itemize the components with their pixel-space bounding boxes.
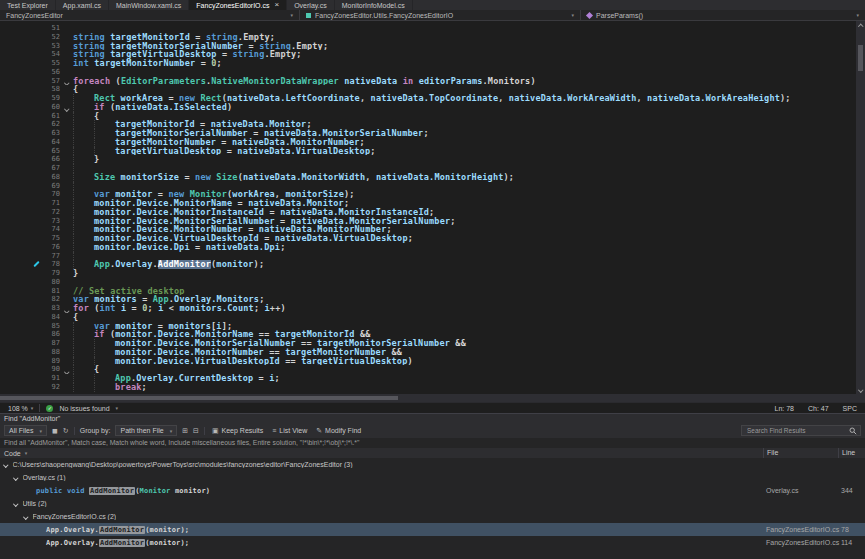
breakpoint-margin[interactable] <box>0 225 44 234</box>
outlining-margin[interactable] <box>60 59 73 68</box>
tab-overlay-cs[interactable]: Overlay.cs <box>287 0 335 10</box>
breakpoint-margin[interactable] <box>0 243 44 252</box>
breakpoint-margin[interactable] <box>0 147 44 156</box>
scroll-up-icon[interactable] <box>856 21 865 30</box>
code-line[interactable]: 70var monitor = new Monitor(workArea, mo… <box>0 190 855 199</box>
list-view-toggle[interactable]: ≡ List View <box>270 427 309 434</box>
code-line[interactable]: 88monitor.Device.MonitorNumber == target… <box>0 348 855 357</box>
outlining-margin[interactable] <box>60 313 73 322</box>
outlining-margin[interactable] <box>60 322 73 331</box>
outlining-margin[interactable] <box>60 225 73 234</box>
scroll-down-icon[interactable] <box>856 385 865 394</box>
breakpoint-margin[interactable] <box>0 94 44 103</box>
project-dropdown[interactable]: FancyZonesEditor ▾ <box>0 10 300 20</box>
chevron-down-icon[interactable]: ▾ <box>116 405 119 411</box>
breakpoint-margin[interactable] <box>0 295 44 304</box>
breakpoint-margin[interactable] <box>0 129 44 138</box>
code-line[interactable]: 74monitor.Device.MonitorNumber = nativeD… <box>0 225 855 234</box>
code-line[interactable]: 86if (monitor.Device.MonitorName == targ… <box>0 330 855 339</box>
outlining-margin[interactable] <box>60 260 73 269</box>
code-line[interactable]: 73monitor.Device.MonitorSerialNumber = n… <box>0 217 855 226</box>
expand-all-icon[interactable]: ⊞ <box>182 427 188 434</box>
refresh-icon[interactable]: ↻ <box>63 427 69 434</box>
breakpoint-margin[interactable] <box>0 322 44 331</box>
outlining-margin[interactable] <box>60 357 73 366</box>
search-input[interactable] <box>745 426 847 435</box>
outlining-margin[interactable] <box>60 50 73 59</box>
breakpoint-margin[interactable] <box>0 138 44 147</box>
breakpoint-margin[interactable] <box>0 182 44 191</box>
code-line[interactable]: 76monitor.Device.Dpi = nativeData.Dpi; <box>0 243 855 252</box>
outlining-margin[interactable] <box>60 252 73 261</box>
tab-app-xaml-cs[interactable]: App.xaml.cs <box>56 0 109 10</box>
code-line[interactable]: 82var monitors = App.Overlay.Monitors; <box>0 295 855 304</box>
outlining-margin[interactable] <box>60 68 73 77</box>
keep-results-toggle[interactable]: ▣ Keep Results <box>210 427 265 434</box>
breakpoint-margin[interactable] <box>0 155 44 164</box>
code-line[interactable]: 51 <box>0 24 855 33</box>
stop-search-icon[interactable]: ◼ <box>52 427 58 434</box>
result-group-row[interactable]: C:\Users\shaopengwang\Desktop\powertoys\… <box>0 458 865 471</box>
result-row[interactable]: public void AddMonitor(Monitor monitor)O… <box>0 484 865 497</box>
outlining-margin[interactable] <box>60 112 73 121</box>
outlining-margin[interactable] <box>60 155 73 164</box>
outlining-margin[interactable] <box>60 33 73 42</box>
outlining-margin[interactable] <box>60 234 73 243</box>
code-line[interactable]: 91App.Overlay.CurrentDesktop = i; <box>0 374 855 383</box>
breakpoint-margin[interactable] <box>0 313 44 322</box>
breakpoint-margin[interactable] <box>0 217 44 226</box>
code-line[interactable]: 67 <box>0 164 855 173</box>
outlining-margin[interactable] <box>60 42 73 51</box>
tree-expand-icon[interactable] <box>23 514 28 519</box>
breakpoint-margin[interactable] <box>0 103 44 112</box>
code-line[interactable]: 56 <box>0 68 855 77</box>
outlining-margin[interactable] <box>60 138 73 147</box>
code-line[interactable]: 52string targetMonitorId = string.Empty; <box>0 33 855 42</box>
breakpoint-margin[interactable] <box>0 24 44 33</box>
code-line[interactable]: 62targetMonitorId = nativeData.Monitor; <box>0 120 855 129</box>
breakpoint-margin[interactable] <box>0 50 44 59</box>
code-line[interactable]: 66} <box>0 155 855 164</box>
code-line[interactable]: 64targetMonitorNumber = nativeData.Monit… <box>0 138 855 147</box>
breakpoint-margin[interactable] <box>0 59 44 68</box>
code-line[interactable]: 79} <box>0 269 855 278</box>
group-by-dropdown[interactable]: Path then File ▾ <box>115 425 177 436</box>
outlining-margin[interactable] <box>60 94 73 103</box>
breakpoint-margin[interactable] <box>0 339 44 348</box>
breakpoint-margin[interactable] <box>0 348 44 357</box>
code-line[interactable]: 71monitor.Device.MonitorName = nativeDat… <box>0 199 855 208</box>
code-line[interactable]: 92break; <box>0 383 855 392</box>
search-find-results-box[interactable] <box>741 425 861 436</box>
close-icon[interactable]: × <box>274 1 279 9</box>
code-line[interactable]: 83for (int i = 0; i < monitors.Count; i+… <box>0 304 855 313</box>
outlining-margin[interactable] <box>60 147 73 156</box>
outlining-margin[interactable] <box>60 217 73 226</box>
outlining-margin[interactable] <box>60 295 73 304</box>
code-line[interactable]: 87monitor.Device.MonitorSerialNumber == … <box>0 339 855 348</box>
outlining-margin[interactable] <box>60 24 73 33</box>
breakpoint-margin[interactable] <box>0 383 44 392</box>
code-line[interactable]: 90{ <box>0 365 855 374</box>
outlining-margin[interactable] <box>60 383 73 392</box>
outlining-margin[interactable] <box>60 103 73 112</box>
breakpoint-margin[interactable] <box>0 208 44 217</box>
code-line[interactable]: 61{ <box>0 112 855 121</box>
breakpoint-margin[interactable] <box>0 234 44 243</box>
outlining-margin[interactable] <box>60 348 73 357</box>
scrollbar-thumb[interactable] <box>0 396 398 400</box>
outlining-margin[interactable] <box>60 199 73 208</box>
result-row[interactable]: App.Overlay.AddMonitor(monitor);FancyZon… <box>0 536 865 549</box>
outlining-margin[interactable] <box>60 164 73 173</box>
code-line[interactable]: 89monitor.Device.VirtualDesktopId == tar… <box>0 357 855 366</box>
code-line[interactable]: 84{ <box>0 313 855 322</box>
code-line[interactable]: 68Size monitorSize = new Size(nativeData… <box>0 173 855 182</box>
outlining-margin[interactable] <box>60 278 73 287</box>
breakpoint-margin[interactable] <box>0 33 44 42</box>
code-line[interactable]: 60if (nativeData.IsSelected) <box>0 103 855 112</box>
breakpoint-margin[interactable] <box>0 357 44 366</box>
outlining-margin[interactable] <box>60 287 73 296</box>
outlining-margin[interactable] <box>60 365 73 374</box>
code-line[interactable]: 85var monitor = monitors[i]; <box>0 322 855 331</box>
code-line[interactable]: 65targetVirtualDesktop = nativeData.Virt… <box>0 147 855 156</box>
result-row[interactable]: App.Overlay.AddMonitor(monitor);FancyZon… <box>0 523 865 536</box>
